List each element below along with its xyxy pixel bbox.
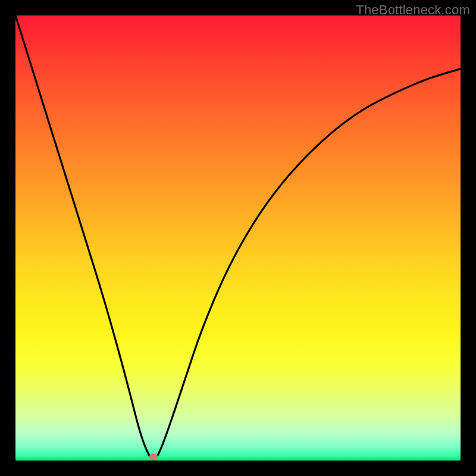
curve-svg — [15, 15, 461, 461]
plot-area — [15, 15, 461, 461]
optimum-marker — [149, 454, 158, 461]
chart-frame: TheBottleneck.com — [0, 0, 476, 476]
bottleneck-curve — [15, 15, 461, 459]
